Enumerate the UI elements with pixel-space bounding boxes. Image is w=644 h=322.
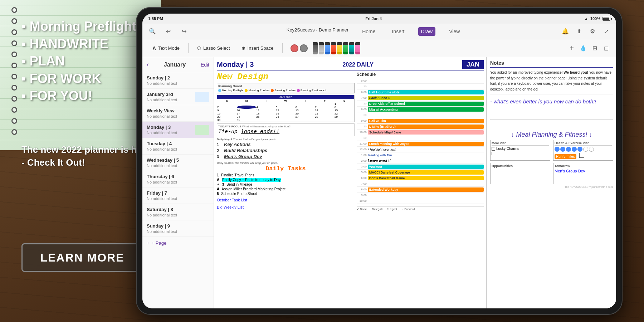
ipad-screen: 1:55 PM Fri Jun 4 ▲ 100% 🔍 ↩ ↪ Key2Succe… [142,14,616,308]
key-item-1: 1 Key Actions [217,142,355,147]
daily-tasks-title: Daily Tasks [217,165,355,172]
slot-500b: 5:00 MACCI Dairyfest Coverage [357,170,484,175]
handwrite-title: New Design [217,72,355,82]
slot-1030: :30 [357,135,484,141]
battery-icon [602,17,610,21]
planner-columns: New Design Planning Board Morning Prefli… [217,72,484,211]
marker-pen-3[interactable] [325,42,330,54]
add-page-button[interactable]: + + Page [142,237,214,249]
mini-cal-header: JAN 2022 [217,95,354,99]
nav-bar: 🔍 ↩ ↪ Key2Success - Demo Planner Home In… [142,24,616,39]
layers-icon[interactable]: ⊞ [590,44,599,53]
planning-item-3: Evening Routine [271,89,296,92]
meal-fitness-columns: Meal Plan Lucky Charms [490,140,613,161]
slot-900b: 9:00 [357,192,484,198]
marker-pen-8[interactable] [355,42,360,54]
slot-800b: 8:00 Extended Workday [357,187,484,192]
nav-center: Key2Success - Demo Planner Home Insert D… [195,27,554,36]
status-bar: 1:55 PM Fri Jun 4 ▲ 100% [142,14,616,24]
planner-right-col: Schedule 5:00 :30 [357,72,484,211]
planner-area: Monday | 3 2022 DAILY JAN New Design Pla… [214,57,616,308]
fitness-icon-1 [555,147,560,152]
planner-right-page: Notes You asked for an improved typing e… [487,57,616,308]
lasso-select-button[interactable]: ⬡ Lasso Select [193,43,234,53]
expand-icon[interactable]: ⤢ [602,27,610,36]
planning-item-1: Morning Preflight [218,89,243,92]
slot-830: :30 [357,112,484,118]
daily-todos-header: Daily To-Do's The list that will keep yo… [217,161,355,165]
text-mode-icon: A [152,45,156,51]
todo-item-4: A Assign Miller Bradford Marketing Proje… [217,187,355,191]
toolbar: A Text Mode ⬡ Lasso Select ⊕ Insert Spac… [142,39,616,57]
marker-pens [313,42,360,54]
search-icon[interactable]: 🔍 [148,27,157,36]
back-button[interactable]: ‹ [147,61,149,68]
share-icon[interactable]: ⬆ [575,27,583,36]
sidebar-item-wednesday5[interactable]: Wednesday | 5 No additional text [142,155,214,171]
meal-checkbox-1[interactable] [492,147,495,151]
sidebar-item-monday3[interactable]: Monday | 3 No additional text [142,122,214,138]
planning-item-4: Evening Pre-Launch [297,89,327,92]
todo-link-2[interactable]: Big Weekly List [217,204,355,210]
marker-pen-2[interactable] [319,42,324,54]
daily-key-section: Daily Key 3 The list that will impact yo… [217,138,355,160]
insert-space-button[interactable]: ⊕ Insert Space [237,43,278,53]
meal-checkbox-2[interactable] [492,152,495,155]
meal-plan-header: Meal Plan [492,141,549,146]
undo-icon[interactable]: ↩ [164,27,172,36]
sidebar-item-sunday2[interactable]: Sunday | 2 No additional text [142,72,214,89]
add-page-label: + Page [152,240,167,246]
notification-icon[interactable]: 🔔 [561,27,570,36]
add-tool-button[interactable]: + [567,44,576,53]
todo-item-1: 1 Finalize Travel Plans [217,173,355,177]
slot-1000: 10:00 Schedule Mtgs/ Jane [357,130,484,135]
sidebar-item-jan3[interactable]: January 3rd No additional text [142,89,214,105]
legend-done: ✓ Done [357,208,367,211]
eraser-icon[interactable]: ◻ [602,44,610,53]
opportunities-section: Opportunities [490,163,550,184]
sidebar-item-saturday8[interactable]: Saturday | 8 No additional text [142,204,214,220]
sidebar-item-sunday9[interactable]: Sunday | 9 No additional text [142,220,214,237]
slot-500: 5:00 [357,78,484,84]
sidebar-item-thursday6[interactable]: Thursday | 6 No additional text [142,171,214,187]
planning-items: Morning Preflight Morning Routine Evenin… [218,89,353,92]
fitness-checkbox[interactable] [579,153,584,158]
sidebar-item-weekly[interactable]: Weekly View No additional text [142,105,214,122]
redo-icon[interactable]: ↪ [180,27,188,36]
schedule-slots: 5:00 :30 6:00 Half Hour time slots [357,78,484,206]
planning-board: Planning Board Morning Preflight Morning… [217,83,355,93]
sidebar-edit-button[interactable]: Edit [201,62,209,68]
pen-color-red[interactable] [291,44,298,52]
settings-icon[interactable]: ⚙ [588,27,597,36]
nav-title: Key2Success - Demo Planner [287,27,348,36]
health-fitness-header: Health & Exercise Plan [555,141,612,146]
fitness-icon-2 [560,147,565,152]
notebook-spiral [11,7,18,143]
health-fitness-col: Health & Exercise Plan Run 3 miles [553,140,613,161]
marker-pen-1[interactable] [313,42,318,54]
sidebar-item-friday7[interactable]: Friday | 7 No additional text [142,187,214,204]
marker-pen-5[interactable] [337,42,342,54]
eyedropper-icon[interactable]: 💧 [579,44,587,53]
slot-1000b: 10:00 [357,198,484,204]
todo-item-3: ✓ 3 Send in Mileage [217,182,355,186]
sidebar-item-tuesday4[interactable]: Tuesday | 4 No additional text [142,138,214,155]
marker-pen-6[interactable] [343,42,348,54]
todo-link-1[interactable]: October Task List [217,196,355,203]
key-item-2: 2 Build Relationships [217,148,355,153]
nav-item-home[interactable]: Home [359,27,378,36]
schedule-title: Schedule [357,72,484,77]
slot-530: :30 [357,84,484,89]
marker-pen-7[interactable] [349,42,354,54]
learn-more-button[interactable]: LEARN MORE [21,243,143,272]
nav-item-draw[interactable]: Draw [418,27,436,36]
nav-item-view[interactable]: View [446,27,463,36]
lasso-label: Lasso Select [203,45,230,51]
todo-item-2: A Easily Copy + Paste from day to Day [217,178,355,182]
slot-730: :30 Drop Kids off at School [357,101,484,107]
text-mode-button[interactable]: A Text Mode [148,43,184,53]
opportunities-header: Opportunities [492,164,549,168]
pen-color-gray[interactable] [300,44,308,52]
nav-item-insert[interactable]: Insert [389,27,408,36]
marker-pen-4[interactable] [331,42,336,54]
